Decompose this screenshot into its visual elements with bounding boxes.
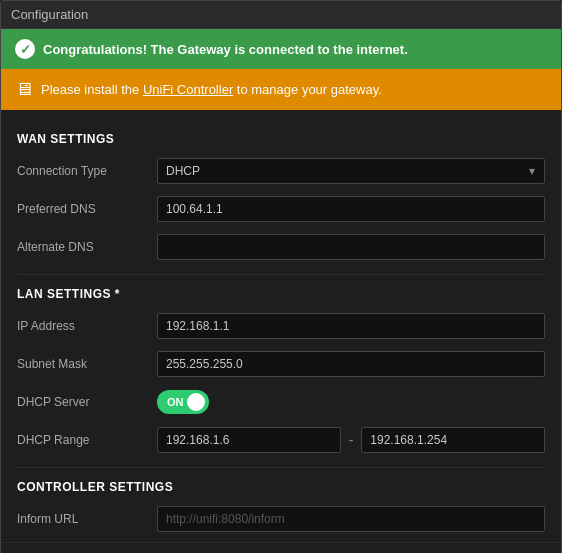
connection-type-select[interactable]: DHCP Static PPPoE <box>157 158 545 184</box>
footer: APPLY CHANGES CANCEL <box>1 542 561 553</box>
controller-section: CONTROLLER SETTINGS Inform URL <box>17 480 545 534</box>
preferred-dns-row: Preferred DNS <box>17 194 545 224</box>
wan-lan-divider <box>17 274 545 275</box>
inform-url-input[interactable] <box>157 506 545 532</box>
lan-section-title: LAN SETTINGS * <box>17 287 545 301</box>
dhcp-server-row: DHCP Server ON <box>17 387 545 417</box>
unifi-controller-link[interactable]: UniFi Controller <box>143 82 233 97</box>
subnet-mask-row: Subnet Mask <box>17 349 545 379</box>
connection-type-label: Connection Type <box>17 164 157 178</box>
range-dash: - <box>349 432 354 448</box>
success-alert: Congratulations! The Gateway is connecte… <box>1 29 561 69</box>
connection-type-field: DHCP Static PPPoE <box>157 158 545 184</box>
dhcp-server-label: DHCP Server <box>17 395 157 409</box>
dhcp-range-end-input[interactable] <box>361 427 545 453</box>
alternate-dns-label: Alternate DNS <box>17 240 157 254</box>
inform-url-row: Inform URL <box>17 504 545 534</box>
toggle-label: ON <box>162 396 184 408</box>
ip-address-field <box>157 313 545 339</box>
alternate-dns-row: Alternate DNS <box>17 232 545 262</box>
toggle-knob <box>187 393 205 411</box>
title-bar: Configuration <box>1 1 561 29</box>
dhcp-server-toggle[interactable]: ON <box>157 390 209 414</box>
lan-section: LAN SETTINGS * IP Address Subnet Mask DH… <box>17 287 545 455</box>
preferred-dns-input[interactable] <box>157 196 545 222</box>
content-area: WAN SETTINGS Connection Type DHCP Static… <box>1 110 561 534</box>
controller-section-title: CONTROLLER SETTINGS <box>17 480 545 494</box>
check-icon <box>15 39 35 59</box>
lan-controller-divider <box>17 467 545 468</box>
dhcp-toggle-wrapper: ON <box>157 390 545 414</box>
inform-url-label: Inform URL <box>17 512 157 526</box>
connection-type-row: Connection Type DHCP Static PPPoE <box>17 156 545 186</box>
success-text: Congratulations! The Gateway is connecte… <box>43 42 408 57</box>
preferred-dns-field <box>157 196 545 222</box>
window-title: Configuration <box>11 7 88 22</box>
dhcp-range-label: DHCP Range <box>17 433 157 447</box>
subnet-mask-input[interactable] <box>157 351 545 377</box>
preferred-dns-label: Preferred DNS <box>17 202 157 216</box>
ip-address-input[interactable] <box>157 313 545 339</box>
warning-text: Please install the UniFi Controller to m… <box>41 82 382 97</box>
monitor-icon: 🖥 <box>15 79 33 100</box>
dhcp-range-start-input[interactable] <box>157 427 341 453</box>
dhcp-range-inputs: - <box>157 427 545 453</box>
inform-url-field <box>157 506 545 532</box>
subnet-mask-field <box>157 351 545 377</box>
connection-type-select-wrapper: DHCP Static PPPoE <box>157 158 545 184</box>
warning-alert: 🖥 Please install the UniFi Controller to… <box>1 69 561 110</box>
alternate-dns-field <box>157 234 545 260</box>
wan-section-title: WAN SETTINGS <box>17 132 545 146</box>
alternate-dns-input[interactable] <box>157 234 545 260</box>
dhcp-server-field: ON <box>157 390 545 414</box>
dhcp-range-field: - <box>157 427 545 453</box>
wan-section: WAN SETTINGS Connection Type DHCP Static… <box>17 132 545 262</box>
ip-address-label: IP Address <box>17 319 157 333</box>
ip-address-row: IP Address <box>17 311 545 341</box>
subnet-mask-label: Subnet Mask <box>17 357 157 371</box>
configuration-window: Configuration Congratulations! The Gatew… <box>0 0 562 553</box>
dhcp-range-row: DHCP Range - <box>17 425 545 455</box>
